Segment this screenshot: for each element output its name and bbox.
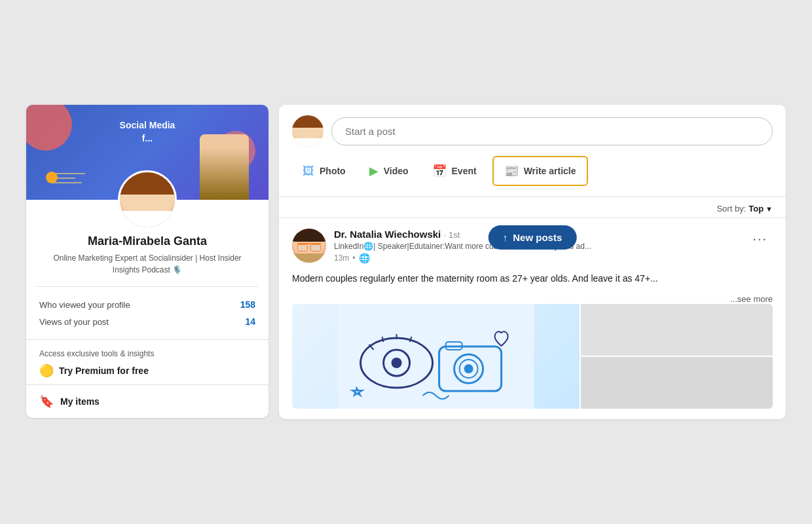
banner-text-line1: Social Media	[120, 120, 175, 130]
stat-row-post-views[interactable]: Views of your post 14	[39, 313, 255, 330]
my-items-section[interactable]: 🔖 My items	[26, 384, 268, 418]
profile-stats: Who viewed your profile 158 Views of you…	[26, 287, 268, 339]
composer-avatar	[292, 115, 323, 147]
page-container: Social Media f... Maria-Mirabela Ganta O…	[13, 85, 799, 438]
profile-title: Online Marketing Expert at Socialinsider…	[39, 252, 255, 276]
sort-arrow-icon[interactable]: ▼	[766, 205, 773, 213]
post-image-side	[581, 304, 773, 409]
stat-label-post-views: Views of your post	[39, 317, 109, 327]
profile-info: Maria-Mirabela Ganta Online Marketing Ex…	[26, 229, 268, 286]
premium-icon: 🟡	[39, 364, 54, 378]
svg-point-3	[392, 358, 402, 368]
post-illustration-svg	[292, 304, 580, 409]
author-chin	[292, 253, 326, 263]
avatar-shirt	[120, 211, 175, 227]
post-content: Modern couples regularly enter the mater…	[292, 271, 773, 286]
right-panel: 🖼 Photo ▶ Video 📅 Event 📰 Write article	[279, 105, 786, 419]
glasses-icon	[297, 243, 321, 247]
stat-value-profile-views: 158	[240, 299, 255, 310]
photo-button[interactable]: 🖼 Photo	[292, 158, 356, 185]
photo-icon: 🖼	[303, 164, 314, 178]
post-author-badge: · 1st	[444, 230, 460, 240]
stat-label-profile-views: Who viewed your profile	[39, 300, 130, 310]
post-meta: 13m • 🌐	[334, 253, 591, 263]
event-button[interactable]: 📅 Event	[422, 157, 487, 185]
post-composer: 🖼 Photo ▶ Video 📅 Event 📰 Write article	[279, 105, 786, 197]
post-content-text: Modern couples regularly enter the mater…	[292, 273, 658, 284]
post-image-side-top	[581, 304, 773, 356]
new-posts-text: New posts	[513, 232, 562, 243]
feed-header: Sort by: Top ▼	[279, 197, 786, 217]
avatar-face	[120, 172, 175, 227]
premium-title: Access exclusive tools & insights	[39, 349, 255, 358]
composer-avatar-hair	[292, 115, 323, 128]
globe-icon: 🌐	[359, 253, 370, 263]
post-image-strip	[292, 304, 773, 409]
write-article-button[interactable]: 📰 Write article	[492, 156, 588, 186]
see-more-link[interactable]: ...see more	[292, 294, 773, 304]
profile-name: Maria-Mirabela Ganta	[39, 234, 255, 248]
feed-container: ↑ New posts	[279, 217, 786, 419]
svg-point-11	[464, 364, 473, 373]
post-time: 13m	[334, 253, 349, 263]
video-icon: ▶	[369, 164, 378, 178]
composer-actions: 🖼 Photo ▶ Video 📅 Event 📰 Write article	[292, 156, 773, 186]
video-label: Video	[384, 166, 409, 176]
bookmark-icon: 🔖	[39, 394, 54, 409]
event-label: Event	[452, 166, 477, 176]
author-avatar-face	[292, 229, 326, 263]
profile-avatar-wrapper	[26, 170, 268, 229]
post-author-name[interactable]: Dr. Natalia Wiechowski	[334, 229, 441, 240]
sort-value[interactable]: Top	[748, 204, 764, 214]
avatar-hair	[120, 172, 175, 195]
post-more-button[interactable]: ···	[747, 229, 773, 249]
my-items-text: My items	[60, 396, 100, 407]
new-posts-pill[interactable]: ↑ New posts	[489, 225, 577, 250]
post-image-side-bottom	[581, 357, 773, 409]
stat-value-post-views: 14	[245, 316, 255, 327]
post-author-avatar[interactable]	[292, 229, 326, 263]
author-hair	[292, 229, 326, 242]
write-article-label: Write article	[524, 166, 576, 176]
premium-text: Try Premium for free	[59, 365, 149, 376]
video-button[interactable]: ▶ Video	[359, 157, 419, 185]
start-post-input[interactable]	[331, 117, 773, 145]
sort-label: Sort by:	[716, 204, 746, 214]
write-article-icon: 📰	[504, 164, 519, 178]
svg-rect-0	[338, 304, 534, 409]
stat-row-profile-views[interactable]: Who viewed your profile 158	[39, 296, 255, 313]
banner-decoration	[26, 105, 72, 151]
composer-row	[292, 115, 773, 147]
composer-avatar-shirt	[292, 138, 323, 147]
try-premium-button[interactable]: 🟡 Try Premium for free	[39, 364, 149, 378]
avatar[interactable]	[118, 170, 177, 229]
event-icon: 📅	[432, 164, 447, 178]
premium-section: Access exclusive tools & insights 🟡 Try …	[26, 339, 268, 384]
post-image-main	[292, 304, 580, 409]
new-posts-arrow-icon: ↑	[503, 232, 508, 243]
banner-text-line2: f...	[142, 133, 153, 143]
photo-label: Photo	[320, 166, 346, 176]
dot-separator: •	[352, 253, 355, 263]
left-panel: Social Media f... Maria-Mirabela Ganta O…	[26, 105, 268, 418]
